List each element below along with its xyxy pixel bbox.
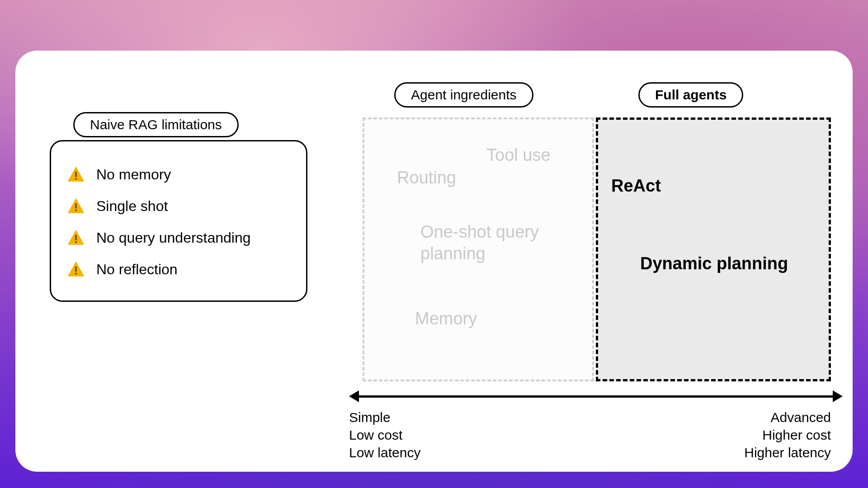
axis-label-advanced: Advanced Higher cost Higher latency [744, 408, 831, 461]
axis-label-line: Simple [349, 408, 420, 426]
limitation-text: No query understanding [96, 230, 251, 246]
ingredient-routing: Routing [397, 168, 456, 188]
ingredient-tool-use: Tool use [486, 145, 551, 165]
ingredient-one-shot-line1: One-shot query [420, 222, 539, 242]
limitation-text: Single shot [96, 198, 168, 215]
full-agents-pill: Full agents [638, 82, 743, 108]
axis-label-line: Higher cost [744, 426, 831, 444]
slide-card: Naive RAG limitations No memory Single s… [15, 51, 853, 472]
ingredient-one-shot-line2: planning [420, 244, 486, 263]
limitation-text: No memory [96, 166, 171, 183]
agent-react: ReAct [611, 176, 661, 196]
axis-label-line: Higher latency [744, 444, 831, 461]
full-agents-box [596, 117, 831, 381]
svg-rect-1 [75, 178, 77, 180]
limitations-box: No memory Single shot No query understan… [50, 140, 307, 302]
axis-label-line: Low latency [349, 444, 420, 461]
warning-icon [66, 228, 85, 247]
complexity-axis [349, 390, 843, 402]
axis-line [355, 395, 836, 398]
axis-label-simple: Simple Low cost Low latency [349, 408, 420, 461]
svg-rect-5 [75, 241, 77, 243]
arrow-right-icon [833, 390, 843, 402]
axis-label-line: Low cost [349, 426, 420, 444]
ingredient-memory: Memory [415, 309, 477, 328]
svg-rect-2 [75, 203, 77, 208]
svg-rect-7 [75, 273, 77, 275]
svg-rect-6 [75, 267, 77, 272]
limitation-item: No memory [66, 165, 291, 184]
warning-icon [66, 260, 85, 279]
warning-icon [66, 165, 85, 184]
naive-rag-pill: Naive RAG limitations [73, 112, 239, 137]
limitation-item: No reflection [66, 260, 291, 279]
limitation-item: No query understanding [66, 228, 291, 247]
limitation-item: Single shot [66, 197, 291, 216]
svg-rect-4 [75, 235, 77, 240]
warning-icon [66, 197, 85, 216]
svg-rect-3 [75, 210, 77, 211]
limitation-text: No reflection [96, 261, 178, 278]
agent-ingredients-pill: Agent ingredients [394, 82, 533, 108]
axis-label-line: Advanced [744, 408, 831, 426]
svg-rect-0 [75, 172, 77, 177]
agent-dynamic-planning: Dynamic planning [640, 254, 788, 273]
